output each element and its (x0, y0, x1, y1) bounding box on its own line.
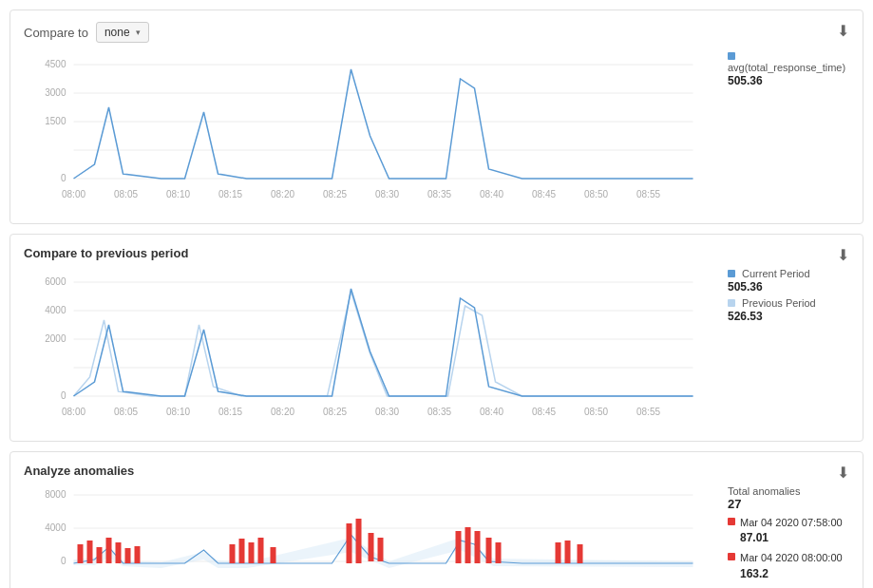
panel-title-2: Compare to previous period (24, 246, 849, 260)
svg-text:08:15: 08:15 (218, 407, 242, 417)
svg-text:08:00: 08:00 (62, 189, 85, 199)
chevron-down-icon: ▾ (136, 28, 141, 37)
legend-entry-0: avg(total_response_time) 505.36 (728, 50, 849, 87)
svg-text:08:25: 08:25 (323, 407, 347, 417)
svg-rect-64 (347, 523, 352, 563)
svg-text:4000: 4000 (45, 305, 66, 315)
legend-entry-previous: Previous Period 526.53 (728, 297, 849, 323)
anomaly-entry-0: Mar 04 2020 07:58:00 87.01 (728, 516, 849, 546)
anomaly-entry-text-0: Mar 04 2020 07:58:00 87.01 (740, 516, 843, 546)
legend-color-dot (728, 52, 735, 60)
svg-text:08:45: 08:45 (532, 189, 556, 199)
svg-rect-68 (456, 531, 462, 563)
legend-entry-current: Current Period 505.36 (728, 268, 849, 294)
svg-rect-54 (97, 547, 103, 563)
total-anomalies-value: 27 (728, 497, 849, 511)
compare-to-panel: Compare to none ▾ 4500 3000 1500 0 (9, 9, 864, 224)
svg-text:08:10: 08:10 (166, 407, 190, 417)
svg-text:4500: 4500 (45, 59, 66, 69)
svg-text:08:35: 08:35 (427, 407, 451, 417)
svg-rect-55 (106, 538, 112, 563)
chart-area-2: 6000 4000 2000 0 08:00 08:05 08:10 08:15… (24, 268, 716, 429)
total-anomalies-label: Total anomalies (728, 485, 849, 497)
svg-text:08:05: 08:05 (114, 407, 138, 417)
svg-text:08:30: 08:30 (375, 189, 399, 199)
svg-rect-52 (78, 544, 84, 563)
svg-rect-72 (496, 542, 502, 563)
line-chart-2: 6000 4000 2000 0 08:00 08:05 08:10 08:15… (24, 268, 716, 429)
compare-to-dropdown[interactable]: none ▾ (96, 22, 149, 43)
legend-2: Current Period 505.36 Previous Period 52… (716, 268, 849, 327)
svg-text:4000: 4000 (45, 522, 66, 533)
svg-rect-65 (356, 519, 362, 563)
svg-rect-70 (475, 531, 481, 563)
svg-text:0: 0 (61, 556, 66, 566)
panel-title-3: Analyze anomalies (24, 464, 849, 478)
anomalies-chart: 8000 4000 0 -4000 (24, 485, 716, 588)
legend-1: avg(total_response_time) 505.36 (716, 50, 849, 91)
svg-text:08:30: 08:30 (375, 407, 399, 417)
svg-rect-67 (378, 538, 384, 561)
legend-color-dot-previous (728, 299, 735, 307)
anomaly-legend: Total anomalies 27 Mar 04 2020 07:58:00 … (716, 485, 849, 588)
legend-value-previous: 526.53 (728, 310, 849, 323)
anomaly-entry-text-1: Mar 04 2020 08:00:00 163.2 (740, 551, 843, 581)
legend-label-current: Current Period (742, 268, 810, 279)
legend-value-text: 505.36 (728, 74, 849, 87)
dropdown-value: none (104, 26, 130, 39)
svg-rect-75 (578, 544, 583, 563)
svg-text:08:40: 08:40 (480, 407, 503, 417)
svg-text:6000: 6000 (45, 276, 66, 287)
legend-value-current: 505.36 (728, 280, 849, 294)
svg-text:08:50: 08:50 (584, 407, 608, 417)
anomaly-red-square-0 (728, 518, 735, 525)
svg-rect-71 (486, 538, 492, 563)
svg-text:08:35: 08:35 (427, 189, 451, 199)
svg-rect-57 (125, 548, 131, 563)
chart-area-3: 8000 4000 0 -4000 (24, 485, 716, 588)
compare-to-label: Compare to (24, 26, 88, 40)
svg-text:08:55: 08:55 (636, 407, 660, 417)
svg-rect-53 (87, 541, 93, 563)
svg-text:08:25: 08:25 (323, 189, 347, 199)
legend-label-previous: Previous Period (742, 297, 816, 309)
svg-text:8000: 8000 (45, 489, 66, 500)
svg-text:08:05: 08:05 (114, 189, 138, 199)
anomaly-red-square-1 (728, 553, 735, 560)
legend-color-dot-current (728, 270, 735, 277)
svg-text:08:15: 08:15 (218, 189, 242, 199)
download-icon-2[interactable]: ⬇ (837, 246, 849, 264)
svg-text:0: 0 (61, 390, 66, 401)
svg-text:08:00: 08:00 (62, 407, 85, 417)
svg-text:08:40: 08:40 (480, 189, 503, 199)
chart-area-1: 4500 3000 1500 0 08:00 08:05 08:10 08:15… (24, 50, 716, 212)
svg-text:08:20: 08:20 (271, 189, 294, 199)
svg-text:08:45: 08:45 (532, 407, 556, 417)
svg-rect-69 (465, 527, 471, 563)
svg-rect-63 (271, 547, 276, 563)
download-icon-3[interactable]: ⬇ (837, 464, 849, 482)
svg-rect-66 (369, 533, 374, 561)
svg-rect-74 (565, 541, 571, 563)
line-chart-1: 4500 3000 1500 0 08:00 08:05 08:10 08:15… (24, 50, 716, 212)
svg-text:08:10: 08:10 (166, 189, 190, 199)
svg-text:08:50: 08:50 (584, 189, 608, 199)
anomaly-entry-1: Mar 04 2020 08:00:00 163.2 (728, 551, 849, 581)
analyze-anomalies-panel: Analyze anomalies 8000 4000 0 -4000 (9, 451, 864, 588)
svg-rect-61 (249, 542, 255, 563)
svg-rect-56 (116, 542, 122, 563)
svg-text:3000: 3000 (45, 87, 66, 98)
download-icon-1[interactable]: ⬇ (837, 22, 849, 40)
svg-text:2000: 2000 (45, 333, 66, 344)
svg-text:08:55: 08:55 (636, 189, 660, 199)
svg-text:1500: 1500 (45, 116, 66, 126)
svg-rect-60 (239, 539, 245, 563)
svg-rect-58 (135, 546, 141, 563)
legend-label-text: avg(total_response_time) (728, 62, 845, 73)
svg-rect-73 (556, 542, 561, 563)
svg-rect-62 (258, 538, 264, 563)
svg-rect-59 (230, 544, 236, 563)
svg-text:08:20: 08:20 (271, 407, 294, 417)
compare-previous-panel: Compare to previous period 6000 4000 200… (9, 234, 864, 442)
svg-text:0: 0 (61, 173, 66, 183)
